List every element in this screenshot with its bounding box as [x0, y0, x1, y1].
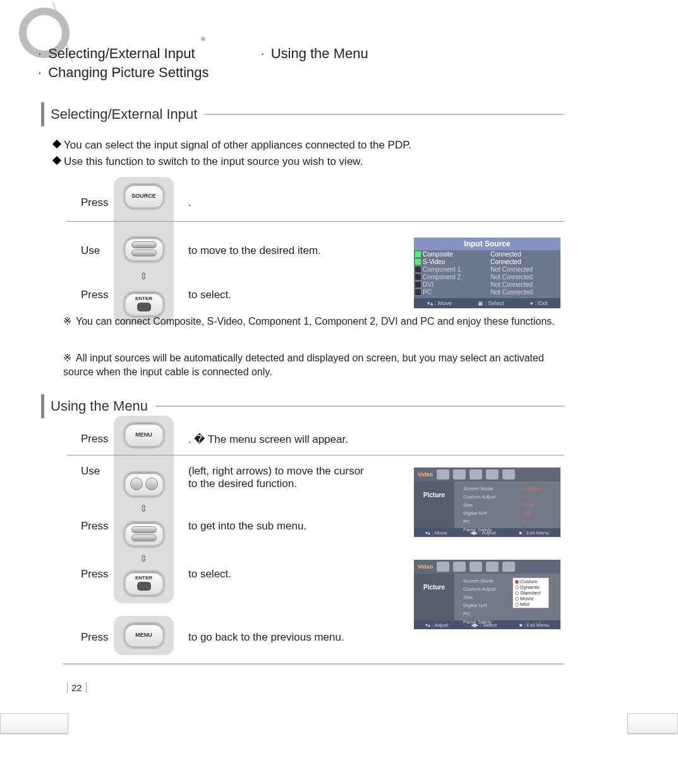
decorative-dot	[201, 37, 205, 41]
section2-step5: Pressto go back to the previous menu.	[81, 623, 413, 652]
section1-step2: Useto move to the desired item.	[81, 236, 413, 265]
section1-step1: Press.	[81, 188, 413, 217]
picture-menu-osd-screenshot-2: Video Picture Screen Mode Custom Adjust …	[414, 560, 560, 629]
section2-step4: Pressto select.	[81, 560, 413, 589]
input-source-list: CompositeConnected S-VideoConnected Comp…	[414, 250, 560, 296]
diamond-bullet-icon	[52, 140, 61, 148]
section1-intro-text: You can select the input signal of other…	[54, 138, 411, 171]
input-source-title: Input Source	[414, 238, 560, 250]
section2-step3: Pressto get into the sub menu.	[81, 512, 413, 541]
toc-item-2: Using the Menu	[271, 45, 368, 61]
corner-tab-right	[627, 713, 678, 733]
footer-rule	[63, 663, 564, 665]
section2-step1: Press. � The menu screen will appear.	[81, 425, 413, 454]
input-source-osd-screenshot: Input Source CompositeConnected S-VideoC…	[414, 238, 560, 308]
toc-item-3: Changing Picture Settings	[48, 64, 209, 80]
section-heading-selecting-input: Selecting/External Input	[41, 102, 564, 126]
picture-menu-osd-screenshot-1: Video Picture Screen Mode: Custom Custom…	[414, 467, 560, 537]
section-heading-using-menu: Using the Menu	[41, 394, 564, 418]
toc-item-1: Selecting/External Input	[48, 45, 195, 61]
section1-note-2: ※All input sources will be automatically…	[63, 351, 564, 379]
page-number: 22	[67, 682, 87, 693]
manual-page: · Selecting/External Input · Using the M…	[0, 0, 678, 784]
section2-step2: Use (left, right arrows) to move the cur…	[81, 465, 413, 494]
chapter-contents-list: · Selecting/External Input · Using the M…	[38, 44, 368, 82]
section1-note-1: ※You can connect Composite, S-Video, Com…	[63, 315, 564, 329]
screen-mode-popup: Custom Dynamic Standard Movie Mild	[512, 577, 549, 608]
diamond-bullet-icon	[52, 156, 61, 165]
section1-step3: Pressto select.	[81, 280, 413, 310]
corner-tab-left	[0, 713, 68, 733]
